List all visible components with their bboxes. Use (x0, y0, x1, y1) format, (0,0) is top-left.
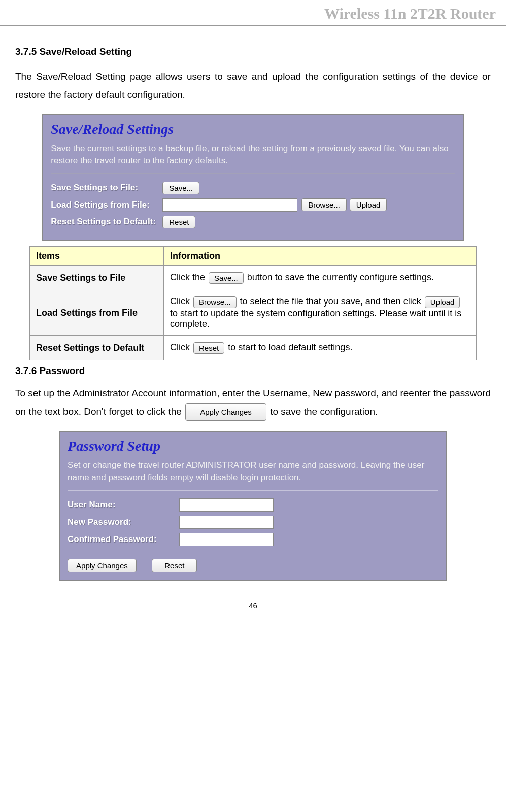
section-heading-save-reload: 3.7.5 Save/Reload Setting (15, 46, 491, 57)
cell-save-info: Click the Save... button to save the cur… (164, 265, 477, 290)
text-span: Click (170, 296, 192, 307)
header-title: Wireless 11n 2T2R Router (324, 5, 496, 22)
load-settings-input[interactable] (162, 198, 297, 212)
username-label: User Name: (68, 500, 179, 510)
reset-password-button[interactable]: Reset (152, 559, 197, 572)
cell-reset-info: Click Reset to start to load default set… (164, 335, 477, 360)
save-settings-label: Save Settings to File: (51, 183, 162, 193)
intro-text-2: To set up the Administrator Account info… (15, 384, 491, 421)
table-row: Save Settings to File Click the Save... … (30, 265, 477, 290)
section-heading-password: 3.7.6 Password (15, 365, 491, 377)
inline-save-button: Save... (209, 272, 244, 284)
table-header-row: Items Information (30, 246, 477, 265)
new-password-row: New Password: (68, 516, 438, 529)
save-button[interactable]: Save... (162, 182, 199, 194)
info-table: Items Information Save Settings to File … (29, 246, 477, 360)
text-span: Click the (170, 272, 208, 282)
cell-load-info: Click Browse... to select the file that … (164, 290, 477, 335)
text-span: Click (170, 342, 192, 352)
save-reload-panel: Save/Reload Settings Save the current se… (42, 114, 463, 241)
cell-save-label: Save Settings to File (30, 265, 164, 290)
panel-desc-password: Set or change the travel router ADMINIST… (68, 459, 438, 491)
th-information: Information (164, 246, 477, 265)
th-items: Items (30, 246, 164, 265)
panel-desc-save-reload: Save the current settings to a backup fi… (51, 143, 455, 174)
text-span: to start to load default settings. (228, 342, 352, 352)
username-row: User Name: (68, 498, 438, 512)
reset-settings-row: Reset Settings to Default: Reset (51, 216, 455, 228)
username-input[interactable] (179, 498, 274, 512)
panel-title-password: Password Setup (68, 438, 438, 454)
new-password-label: New Password: (68, 517, 179, 527)
upload-button[interactable]: Upload (350, 198, 387, 211)
confirm-password-row: Confirmed Password: (68, 533, 438, 546)
page-number: 46 (0, 601, 506, 610)
text-span: to select the file that you save, and th… (240, 296, 424, 307)
text-span: to start to update the system configurat… (170, 308, 461, 329)
browse-button[interactable]: Browse... (301, 198, 347, 211)
confirm-password-label: Confirmed Password: (68, 534, 179, 545)
inline-upload-button: Upload (425, 296, 460, 308)
table-row: Load Settings from File Click Browse... … (30, 290, 477, 335)
cell-load-label: Load Settings from File (30, 290, 164, 335)
page-header: Wireless 11n 2T2R Router (0, 0, 506, 26)
confirm-password-input[interactable] (179, 533, 274, 546)
text-span: to save the configuration. (270, 406, 378, 417)
reset-settings-label: Reset Settings to Default: (51, 217, 162, 227)
intro-text-1: The Save/Reload Setting page allows user… (15, 67, 491, 104)
load-settings-label: Load Settings from File: (51, 200, 162, 210)
apply-changes-button[interactable]: Apply Changes (68, 559, 137, 572)
reset-button[interactable]: Reset (162, 216, 195, 228)
panel-title-save-reload: Save/Reload Settings (51, 121, 455, 138)
inline-reset-button: Reset (193, 342, 224, 354)
load-settings-row: Load Settings from File: Browse... Uploa… (51, 198, 455, 212)
text-span: button to save the currently configure s… (247, 272, 434, 282)
password-setup-panel: Password Setup Set or change the travel … (59, 431, 447, 581)
content-area: 3.7.5 Save/Reload Setting The Save/Reloa… (0, 26, 506, 591)
button-row: Apply Changes Reset (68, 559, 438, 572)
table-row: Reset Settings to Default Click Reset to… (30, 335, 477, 360)
new-password-input[interactable] (179, 516, 274, 529)
inline-apply-changes-button: Apply Changes (185, 403, 266, 421)
cell-reset-label: Reset Settings to Default (30, 335, 164, 360)
save-settings-row: Save Settings to File: Save... (51, 182, 455, 194)
inline-browse-button: Browse... (193, 296, 237, 308)
